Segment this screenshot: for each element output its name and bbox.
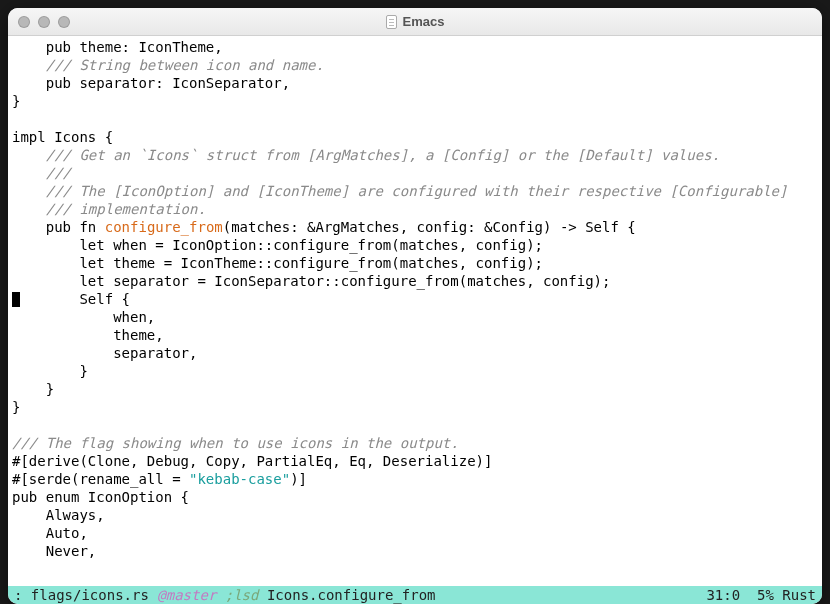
code-line[interactable]: Always, [8,506,822,524]
code-line[interactable]: let separator = IconSeparator::configure… [8,272,822,290]
code-line[interactable]: theme, [8,326,822,344]
text-cursor [12,292,20,307]
code-line[interactable]: pub separator: IconSeparator, [8,74,822,92]
code-line[interactable]: #[derive(Clone, Debug, Copy, PartialEq, … [8,452,822,470]
modeline-major-mode: Rust [782,587,816,603]
window-title-text: Emacs [403,14,445,29]
code-line[interactable]: pub enum IconOption { [8,488,822,506]
modeline-project-sep: ; [216,587,233,603]
code-line[interactable]: /// [8,164,822,182]
code-line[interactable] [8,110,822,128]
code-line[interactable]: /// The flag showing when to use icons i… [8,434,822,452]
modeline-file-path: flags/icons.rs [31,587,149,603]
code-line[interactable]: /// implementation. [8,200,822,218]
code-line[interactable]: pub fn configure_from(matches: &ArgMatch… [8,218,822,236]
code-line[interactable]: Auto, [8,524,822,542]
code-line[interactable]: } [8,380,822,398]
modeline-which-func: Icons.configure_from [258,587,435,603]
code-line[interactable]: let theme = IconTheme::configure_from(ma… [8,254,822,272]
window-controls [8,16,70,28]
zoom-button[interactable] [58,16,70,28]
code-line[interactable]: } [8,398,822,416]
modeline-position: 31:0 [706,587,740,603]
modeline-prefix: : [14,587,31,603]
modeline-vc-branch: @master [157,587,216,603]
modeline-project: lsd [233,587,258,603]
code-line[interactable]: Never, [8,542,822,560]
code-line[interactable]: } [8,92,822,110]
titlebar[interactable]: Emacs [8,8,822,36]
close-button[interactable] [18,16,30,28]
code-line[interactable]: impl Icons { [8,128,822,146]
code-line[interactable]: Self { [8,290,822,308]
modeline-left: : flags/icons.rs @master ;lsd Icons.conf… [14,586,706,604]
code-line[interactable] [8,416,822,434]
document-icon [386,15,397,29]
editor-buffer[interactable]: pub theme: IconTheme, /// String between… [8,36,822,586]
window-title: Emacs [8,14,822,29]
modeline-percent: 5% [757,587,774,603]
minimize-button[interactable] [38,16,50,28]
code-line[interactable]: let when = IconOption::configure_from(ma… [8,236,822,254]
modeline-right: 31:0 5% Rust [706,586,816,604]
code-line[interactable]: /// String between icon and name. [8,56,822,74]
code-line[interactable]: /// The [IconOption] and [IconTheme] are… [8,182,822,200]
emacs-window: Emacs pub theme: IconTheme, /// String b… [8,8,822,604]
code-line[interactable]: pub theme: IconTheme, [8,38,822,56]
code-line[interactable]: when, [8,308,822,326]
code-line[interactable]: } [8,362,822,380]
code-line[interactable]: #[serde(rename_all = "kebab-case")] [8,470,822,488]
modeline[interactable]: : flags/icons.rs @master ;lsd Icons.conf… [8,586,822,604]
code-line[interactable]: /// Get an `Icons` struct from [ArgMatch… [8,146,822,164]
code-line[interactable]: separator, [8,344,822,362]
